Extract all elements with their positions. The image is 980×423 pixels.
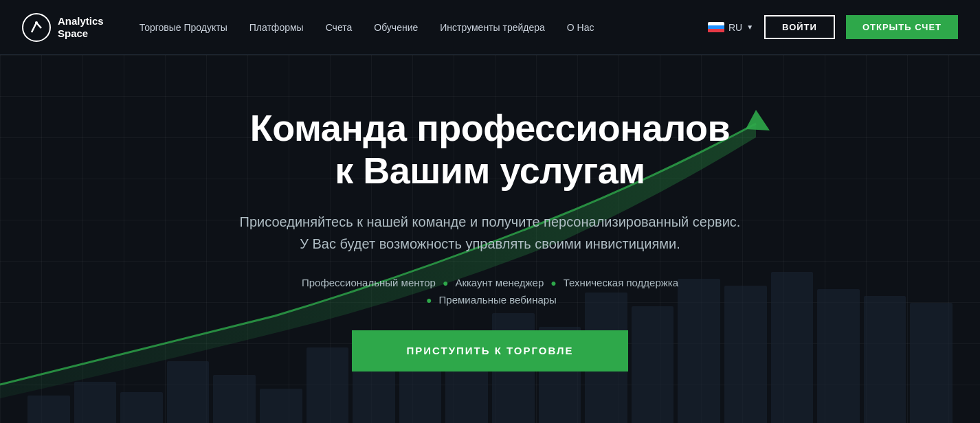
feature-support: Техническая поддержка: [564, 277, 678, 288]
logo[interactable]: Analytics Space: [22, 13, 104, 42]
nav-link-tools[interactable]: Инструменты трейдера: [432, 18, 553, 37]
nav-link-accounts[interactable]: Счета: [318, 18, 361, 37]
logo-name1: Analytics: [58, 15, 104, 27]
dot-2: ●: [550, 277, 556, 288]
chart-bar: [771, 272, 814, 423]
chart-bar: [167, 361, 210, 423]
logo-name2: Space: [58, 27, 104, 40]
nav-link-platforms[interactable]: Платформы: [241, 18, 312, 37]
lang-label: RU: [728, 22, 742, 33]
chevron-down-icon: ▼: [746, 23, 753, 31]
chart-bar: [353, 368, 395, 423]
chart-bar: [864, 296, 906, 423]
chart-bar: [260, 389, 302, 423]
nav-links: Торговые Продукты Платформы Счета Обучен…: [131, 18, 708, 37]
features-row-1: Профессиональный ментор ● Аккаунт менедж…: [236, 277, 744, 288]
hero-section: Команда профессионалов к Вашим услугам П…: [0, 55, 980, 423]
nav-right: RU ▼ ВОЙТИ ОТКРЫТЬ СЧЕТ: [708, 15, 958, 39]
logo-svg: [29, 20, 44, 35]
login-button[interactable]: ВОЙТИ: [764, 15, 835, 39]
hero-content: Команда профессионалов к Вашим услугам П…: [222, 106, 758, 371]
chart-bar: [74, 382, 117, 423]
feature-webinars: Премиальные вебинары: [439, 294, 557, 306]
feature-mentor: Профессиональный ментор: [302, 277, 436, 288]
navigation: Analytics Space Торговые Продукты Платфо…: [0, 0, 980, 55]
nav-link-education[interactable]: Обучение: [366, 18, 426, 37]
svg-point-0: [35, 21, 38, 24]
hero-title: Команда профессионалов к Вашим услугам: [236, 106, 744, 192]
dot-3: ●: [426, 295, 432, 306]
dot-1: ●: [443, 277, 448, 288]
nav-link-about[interactable]: О Нас: [559, 18, 603, 37]
chart-bar: [120, 392, 163, 423]
chart-bar: [27, 396, 70, 423]
open-account-button[interactable]: ОТКРЫТЬ СЧЕТ: [846, 15, 958, 39]
chart-bar: [817, 289, 860, 423]
features-row-2: ● Премиальные вебинары: [236, 294, 744, 306]
nav-link-trading-products[interactable]: Торговые Продукты: [131, 18, 236, 37]
hero-subtitle: Присоединяйтесь к нашей команде и получи…: [236, 211, 744, 255]
logo-text: Analytics Space: [58, 15, 104, 40]
chart-bar: [213, 375, 256, 423]
language-selector[interactable]: RU ▼: [708, 22, 753, 33]
logo-icon: [22, 13, 51, 42]
feature-manager: Аккаунт менеджер: [455, 277, 544, 288]
flag-icon: [708, 22, 724, 33]
start-trading-button[interactable]: ПРИСТУПИТЬ К ТОРГОВЛЕ: [352, 330, 629, 371]
chart-bar: [910, 303, 953, 423]
hero-title-line1: Команда профессионалов: [250, 107, 731, 148]
hero-title-line2: к Вашим услугам: [335, 150, 645, 191]
